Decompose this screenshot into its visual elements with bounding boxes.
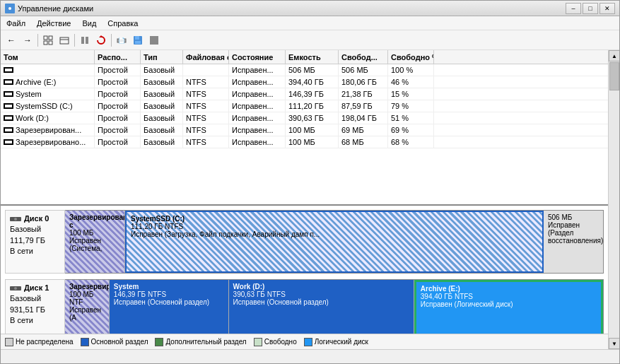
window-title: Управление дисками bbox=[18, 4, 93, 13]
td-layout-2: Простой bbox=[95, 88, 141, 100]
table-row[interactable]: Зарезервирован... Простой Базовый NTFS И… bbox=[1, 124, 608, 136]
td-type-6: Базовый bbox=[141, 136, 183, 148]
td-name-1: Archive (E:) bbox=[1, 76, 95, 88]
td-freepct-2: 15 % bbox=[388, 88, 434, 100]
status-bar bbox=[1, 349, 619, 363]
td-type-3: Базовый bbox=[141, 100, 183, 112]
disk-management-icon bbox=[5, 4, 15, 13]
toolbar-separator-1 bbox=[37, 34, 38, 47]
svg-rect-9 bbox=[86, 37, 88, 44]
td-fs-4: NTFS bbox=[183, 112, 229, 124]
td-type-4: Базовый bbox=[141, 112, 183, 124]
toolbar-back-button[interactable]: ← bbox=[4, 33, 19, 48]
disk-1-partition-0[interactable]: Зарезервир 100 МБ NTF Исправен (А bbox=[65, 280, 110, 334]
content-main: Том Распо... Тип Файловая с... Состояние… bbox=[1, 50, 608, 349]
disk-1-row: Диск 1 Базовый 931,51 ГБ В сети Зарезерв… bbox=[5, 279, 604, 334]
disk-0-partition-1[interactable]: SystemSSD (C:) 111,20 ГБ NTFS Исправен (… bbox=[125, 211, 544, 273]
col-header-tom[interactable]: Том bbox=[1, 50, 95, 64]
table-row[interactable]: Archive (E:) Простой Базовый NTFS Исправ… bbox=[1, 76, 608, 88]
toolbar-view-button[interactable] bbox=[40, 33, 56, 48]
col-header-capacity[interactable]: Емкость bbox=[286, 50, 339, 64]
td-free-5: 69 МБ bbox=[339, 124, 388, 136]
td-layout-0: Простой bbox=[95, 64, 141, 76]
title-bar-buttons: – □ ✕ bbox=[566, 3, 615, 14]
window: Управление дисками – □ ✕ Файл Действие В… bbox=[0, 0, 620, 364]
td-cap-3: 111,20 ГБ bbox=[286, 100, 339, 112]
td-state-5: Исправен... bbox=[229, 124, 286, 136]
col-header-freepct[interactable]: Свободно % bbox=[388, 50, 434, 64]
td-name-3: SystemSSD (C:) bbox=[1, 100, 95, 112]
disk-visual-area: Диск 0 Базовый 111,79 ГБ В сети Зарезерв… bbox=[1, 206, 608, 334]
table-row[interactable]: System Простой Базовый NTFS Исправен... … bbox=[1, 88, 608, 100]
td-freepct-5: 69 % bbox=[388, 124, 434, 136]
td-layout-5: Простой bbox=[95, 124, 141, 136]
svg-rect-3 bbox=[49, 36, 52, 40]
toolbar-new-simple-volume-button[interactable]: 📄 bbox=[114, 33, 129, 48]
svg-rect-4 bbox=[44, 41, 47, 45]
td-state-4: Исправен... bbox=[229, 112, 286, 124]
col-header-type[interactable]: Тип bbox=[141, 50, 183, 64]
legend-item-free: Свободно bbox=[254, 338, 297, 346]
table-body: Простой Базовый Исправен... 506 МБ 506 М… bbox=[1, 64, 608, 204]
menu-file[interactable]: Файл bbox=[1, 16, 31, 30]
menu-view[interactable]: Вид bbox=[76, 16, 102, 30]
td-cap-6: 100 МБ bbox=[286, 136, 339, 148]
maximize-button[interactable]: □ bbox=[583, 3, 598, 14]
disk-1-partition-2[interactable]: Work (D:) 390,63 ГБ NTFS Исправен (Основ… bbox=[229, 280, 414, 334]
table-header: Том Распо... Тип Файловая с... Состояние… bbox=[1, 50, 608, 64]
scroll-up-button[interactable]: ▲ bbox=[609, 50, 619, 61]
td-free-6: 68 МБ bbox=[339, 136, 388, 148]
disk-0-row: Диск 0 Базовый 111,79 ГБ В сети Зарезерв… bbox=[5, 210, 604, 274]
title-bar-left: Управление дисками bbox=[5, 4, 93, 13]
svg-point-1 bbox=[8, 7, 11, 10]
td-state-2: Исправен... bbox=[229, 88, 286, 100]
disk-0-partition-0[interactable]: Зарезервировано с 100 МБ Исправен (Систе… bbox=[65, 211, 125, 273]
menu-help[interactable]: Справка bbox=[102, 16, 144, 30]
td-state-6: Исправен... bbox=[229, 136, 286, 148]
toolbar-map-button[interactable] bbox=[77, 33, 93, 48]
toolbar-rescan-button[interactable] bbox=[93, 33, 109, 48]
col-header-fs[interactable]: Файловая с... bbox=[183, 50, 229, 64]
td-freepct-4: 51 % bbox=[388, 112, 434, 124]
disk-1-partition-1[interactable]: System 146,39 ГБ NTFS Исправен (Основной… bbox=[110, 280, 229, 334]
td-free-3: 87,59 ГБ bbox=[339, 100, 388, 112]
disk-0-partition-2[interactable]: 506 МБ Исправен (Раздел восстановления) bbox=[544, 211, 603, 273]
td-cap-0: 506 МБ bbox=[286, 64, 339, 76]
svg-rect-14 bbox=[135, 36, 139, 40]
disk-0-label: Диск 0 Базовый 111,79 ГБ В сети bbox=[5, 210, 65, 274]
table-row[interactable]: Зарезервировано... Простой Базовый NTFS … bbox=[1, 136, 608, 148]
svg-rect-8 bbox=[81, 37, 84, 44]
table-row[interactable]: Простой Базовый Исправен... 506 МБ 506 М… bbox=[1, 64, 608, 76]
disk-1-partition-3[interactable]: Archive (E:) 394,40 ГБ NTFS Исправен (Ло… bbox=[414, 280, 603, 334]
td-freepct-1: 46 % bbox=[388, 76, 434, 88]
svg-point-18 bbox=[14, 218, 17, 221]
table-row[interactable]: SystemSSD (C:) Простой Базовый NTFS Испр… bbox=[1, 100, 608, 112]
td-name-0 bbox=[1, 64, 95, 76]
svg-text:📄: 📄 bbox=[118, 37, 125, 44]
toolbar-save-button[interactable] bbox=[130, 33, 146, 48]
toolbar-extra-button[interactable] bbox=[146, 33, 162, 48]
td-cap-5: 100 МБ bbox=[286, 124, 339, 136]
td-fs-5: NTFS bbox=[183, 124, 229, 136]
menu-action[interactable]: Действие bbox=[31, 16, 76, 30]
svg-rect-5 bbox=[49, 41, 52, 45]
td-free-2: 21,38 ГБ bbox=[339, 88, 388, 100]
legend-color-logical bbox=[304, 338, 312, 346]
td-free-4: 198,04 ГБ bbox=[339, 112, 388, 124]
toolbar-properties-button[interactable] bbox=[57, 33, 72, 48]
col-header-layout[interactable]: Распо... bbox=[95, 50, 141, 64]
scroll-down-button[interactable]: ▼ bbox=[609, 338, 619, 349]
minimize-button[interactable]: – bbox=[566, 3, 581, 14]
col-header-free[interactable]: Свобод... bbox=[339, 50, 388, 64]
td-type-1: Базовый bbox=[141, 76, 183, 88]
close-button[interactable]: ✕ bbox=[599, 3, 615, 14]
toolbar-forward-button[interactable]: → bbox=[20, 33, 35, 48]
scroll-thumb[interactable] bbox=[609, 62, 619, 90]
scroll-track[interactable] bbox=[609, 61, 619, 338]
td-layout-6: Простой bbox=[95, 136, 141, 148]
td-fs-6: NTFS bbox=[183, 136, 229, 148]
td-type-0: Базовый bbox=[141, 64, 183, 76]
td-name-2: System bbox=[1, 88, 95, 100]
table-row[interactable]: Work (D:) Простой Базовый NTFS Исправен.… bbox=[1, 112, 608, 124]
col-header-state[interactable]: Состояние bbox=[229, 50, 286, 64]
